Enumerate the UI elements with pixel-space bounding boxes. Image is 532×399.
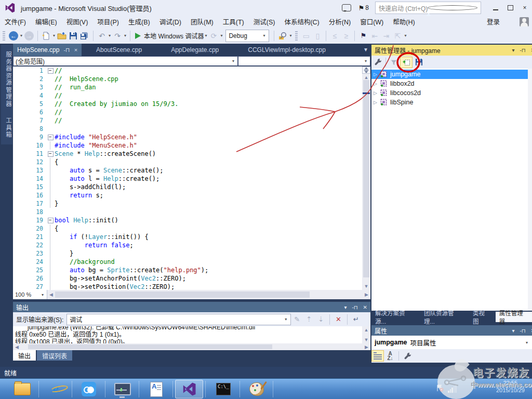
tree-item[interactable]: ▷jumpgame bbox=[371, 70, 528, 79]
taskbar-button-performance-monitor[interactable] bbox=[109, 380, 137, 398]
close-panel-icon[interactable]: ✕ bbox=[363, 304, 367, 310]
tab-overflow-chevron-icon[interactable]: ▼ bbox=[363, 47, 368, 52]
find-message-icon[interactable]: ✎ bbox=[294, 315, 300, 323]
restore-button[interactable] bbox=[503, 2, 517, 14]
expand-arrow-icon[interactable]: ▷ bbox=[374, 100, 380, 105]
user-avatar[interactable] bbox=[520, 17, 529, 26]
fold-margin[interactable] bbox=[47, 66, 55, 75]
expand-arrow-icon[interactable]: ▷ bbox=[374, 90, 380, 96]
scope-dropdown[interactable]: (全局范围)▾ bbox=[13, 56, 238, 66]
save-button[interactable] bbox=[68, 30, 79, 42]
pin-icon[interactable]: -⊓ bbox=[520, 328, 525, 334]
taskbar-button-baidu-netdisk[interactable] bbox=[75, 380, 103, 398]
tree-scrollbar-track[interactable] bbox=[528, 69, 532, 311]
fold-margin[interactable] bbox=[47, 150, 55, 158]
properties-panel-header[interactable]: 属性 ▾ -⊓ ✕ bbox=[371, 325, 532, 336]
action-center-flag-icon[interactable] bbox=[436, 384, 444, 393]
toggle-bookmark-button[interactable]: ⚑ bbox=[357, 30, 369, 42]
debug-target-dropdown-arrow[interactable]: ▾ bbox=[205, 33, 207, 38]
clear-bookmarks-button[interactable]: ⇱ bbox=[392, 30, 403, 42]
minimize-button[interactable] bbox=[488, 2, 503, 14]
splitter-handle[interactable] bbox=[362, 66, 370, 74]
notifications-flag[interactable]: ⚑ 8 bbox=[358, 4, 369, 12]
document-tab[interactable]: AppDelegate.cpp bbox=[156, 44, 233, 56]
navigate-forward-button[interactable]: → bbox=[23, 30, 35, 42]
dock-tab[interactable]: 类视图 bbox=[469, 312, 494, 322]
hscroll-right-arrow[interactable]: ▶ bbox=[363, 292, 370, 297]
taskbar-button-internet-explorer[interactable]: e bbox=[42, 380, 70, 398]
back-dropdown-arrow[interactable]: ▾ bbox=[20, 33, 22, 38]
window-position-chevron-icon[interactable]: ▾ bbox=[512, 328, 514, 334]
taskbar-button-explorer[interactable] bbox=[8, 380, 36, 398]
collapse-box-icon[interactable] bbox=[48, 151, 54, 157]
menu-item[interactable]: 团队(M) bbox=[186, 15, 218, 28]
hscroll-left-arrow[interactable]: ◀ bbox=[47, 292, 55, 297]
close-tab-icon[interactable]: × bbox=[74, 47, 77, 53]
editor-vertical-scrollbar[interactable]: ▲ ▼ bbox=[362, 66, 370, 290]
menu-item[interactable]: 测试(S) bbox=[249, 15, 280, 28]
menu-item[interactable]: 项目(P) bbox=[92, 15, 124, 28]
menu-item[interactable]: 生成(B) bbox=[124, 15, 155, 28]
hscrollbar-thumb[interactable] bbox=[55, 291, 310, 298]
taskbar-clock[interactable]: 22:55 2015/10/29 bbox=[496, 379, 525, 394]
start-debug-label[interactable]: 本地 Windows 调试器 bbox=[144, 31, 204, 40]
taskbar-button-visual-studio[interactable] bbox=[175, 380, 203, 398]
word-wrap-icon[interactable]: ↵ bbox=[353, 315, 359, 323]
server-explorer-vertical-tab[interactable]: 服务器资源管理器 bbox=[1, 45, 12, 114]
alphabetical-sort-button[interactable]: AZ↓ bbox=[384, 350, 396, 362]
document-tab[interactable]: AboutScene.cpp bbox=[82, 44, 156, 56]
dock-tab[interactable]: 解决方案资源... bbox=[371, 312, 419, 322]
dock-tab[interactable]: 团队资源管理... bbox=[420, 312, 468, 322]
open-file-button[interactable] bbox=[56, 30, 68, 42]
feedback-icon[interactable] bbox=[342, 4, 351, 11]
find-in-files-button[interactable] bbox=[277, 30, 288, 42]
menu-item[interactable]: 分析(N) bbox=[324, 15, 355, 28]
clear-output-icon[interactable]: ✕ bbox=[336, 315, 341, 323]
menu-item[interactable]: 工具(T) bbox=[218, 15, 249, 28]
increase-indent-button[interactable]: ≥ bbox=[340, 30, 352, 42]
comment-button[interactable]: ▭ bbox=[300, 30, 312, 42]
save-property-sheet-icon[interactable] bbox=[413, 57, 425, 68]
window-position-chevron-icon[interactable]: ▾ bbox=[344, 304, 347, 310]
taskbar-button-paint[interactable] bbox=[243, 380, 271, 398]
undo-button[interactable]: ↶ bbox=[96, 30, 108, 42]
uncomment-button[interactable]: ▯ bbox=[312, 30, 323, 42]
collapse-box-icon[interactable] bbox=[48, 218, 54, 223]
toolbox-vertical-tab[interactable]: 工具箱 bbox=[1, 111, 12, 144]
pin-icon[interactable]: -⊓ bbox=[520, 47, 525, 53]
save-all-button[interactable] bbox=[79, 30, 90, 42]
refresh-button[interactable]: ⟳ bbox=[208, 30, 219, 42]
properties-object-selector[interactable]: jumpgame 项目属性 ▾ bbox=[371, 336, 532, 349]
sign-in-link[interactable]: 登录 bbox=[487, 17, 500, 26]
expand-arrow-icon[interactable]: ▷ bbox=[374, 81, 380, 86]
menu-item[interactable]: 帮助(H) bbox=[388, 15, 419, 28]
property-manager-header[interactable]: 属性管理器 - jumpgame ▾ -⊓ ✕ bbox=[371, 45, 532, 56]
collapse-box-icon[interactable] bbox=[48, 68, 54, 74]
collapse-box-icon[interactable] bbox=[48, 135, 54, 140]
document-tab[interactable]: CCGLViewImpl-desktop.cpp bbox=[233, 44, 340, 56]
menu-item[interactable]: 编辑(E) bbox=[31, 15, 62, 28]
output-horizontal-scrollbar[interactable]: ◀▶ bbox=[13, 343, 370, 350]
window-position-chevron-icon[interactable]: ▾ bbox=[512, 47, 514, 53]
menu-item[interactable]: 窗口(W) bbox=[355, 15, 388, 28]
new-file-button[interactable] bbox=[41, 30, 52, 42]
code-editor[interactable]: 1//2// HelpScene.cpp3// run_dan4//5// Cr… bbox=[13, 66, 362, 290]
menu-item[interactable]: 文件(F) bbox=[0, 15, 31, 28]
fold-margin[interactable] bbox=[47, 216, 55, 224]
add-new-property-sheet-button[interactable] bbox=[400, 57, 413, 68]
dock-tab[interactable]: 属性管理器 bbox=[496, 312, 532, 322]
network-status-icon[interactable]: * bbox=[448, 384, 457, 393]
pin-icon[interactable]: -⊓ bbox=[63, 47, 70, 54]
output-dock-tab[interactable]: 错误列表 bbox=[37, 350, 72, 361]
menu-item[interactable]: 体系结构(C) bbox=[280, 15, 324, 28]
output-vertical-scrollbar[interactable]: ▲ ▼ bbox=[362, 326, 370, 343]
property-pages-wrench-icon[interactable] bbox=[401, 350, 414, 362]
scroll-up-arrow[interactable]: ▲ bbox=[362, 75, 370, 80]
member-dropdown[interactable]: ▾ bbox=[238, 56, 370, 66]
fold-margin[interactable] bbox=[47, 133, 55, 141]
close-button[interactable]: × bbox=[517, 2, 532, 14]
tray-show-hidden-icons[interactable] bbox=[426, 7, 431, 13]
tree-item[interactable]: ▷libSpine bbox=[371, 98, 528, 107]
expand-arrow-icon[interactable]: ▷ bbox=[374, 72, 380, 77]
document-tab[interactable]: HelpScene.cpp-⊓× bbox=[13, 44, 82, 56]
